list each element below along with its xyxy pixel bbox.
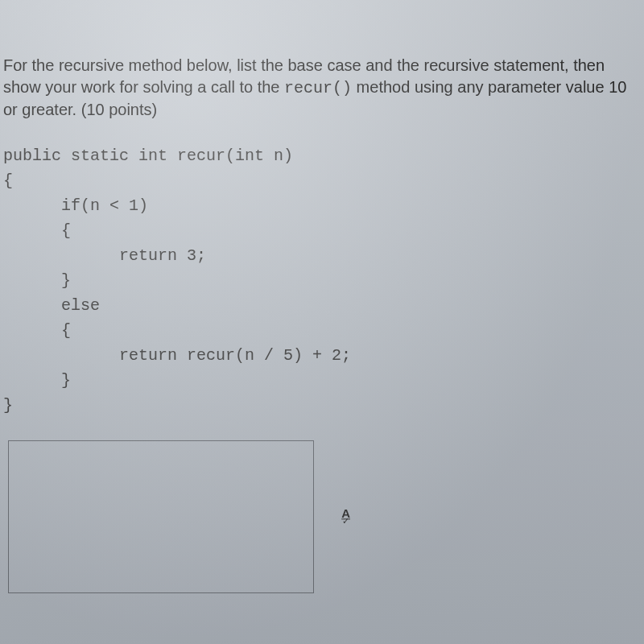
code-line-10: } (3, 371, 71, 390)
spellcheck-icon[interactable]: A ✓ (341, 508, 350, 525)
code-block: public static int recur(int n) { if(n < … (3, 143, 644, 418)
question-text: For the recursive method below, list the… (3, 55, 644, 121)
code-line-6: } (3, 271, 71, 290)
code-line-11: } (3, 396, 13, 415)
code-line-2: { (3, 171, 13, 190)
check-icon: ✓ (342, 518, 349, 526)
answer-input[interactable]: A ✓ (8, 440, 314, 593)
question-mono: recur() (284, 79, 352, 97)
code-line-4: { (3, 221, 71, 240)
code-line-7: else (3, 296, 100, 315)
code-line-3: if(n < 1) (3, 196, 148, 215)
code-line-1: public static int recur(int n) (3, 147, 293, 165)
code-line-9: return recur(n / 5) + 2; (3, 346, 351, 365)
code-line-5: return 3; (3, 246, 206, 265)
code-line-8: { (3, 321, 71, 340)
